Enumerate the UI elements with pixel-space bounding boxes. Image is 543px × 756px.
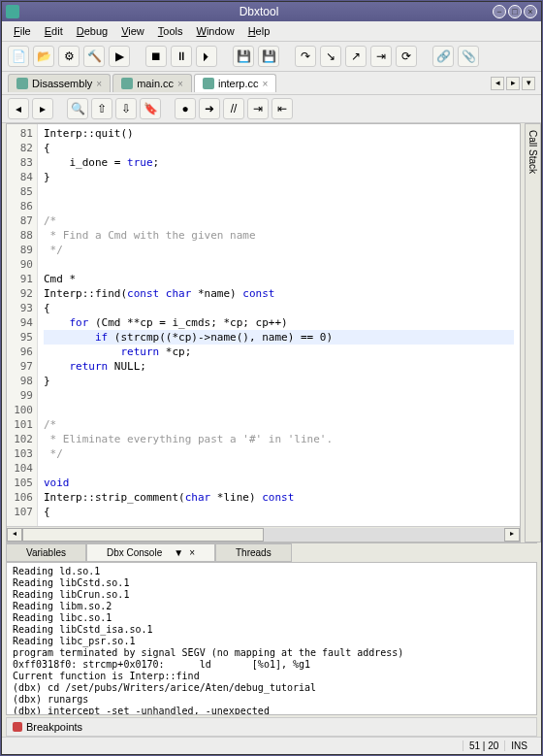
stepinto-icon[interactable]: ↘ <box>320 46 341 67</box>
tab-label: Disassembly <box>32 78 92 89</box>
tab-main-cc[interactable]: main.cc × <box>112 74 192 92</box>
titlebar: Dbxtool − □ × <box>2 2 541 21</box>
tab-label: main.cc <box>137 78 174 89</box>
insert-mode: INS <box>504 740 533 751</box>
maximize-button[interactable]: □ <box>508 5 522 18</box>
tab-dbx-console[interactable]: Dbx Console ▼ × <box>86 543 215 562</box>
callstack-tab[interactable]: Call Stack <box>525 123 541 542</box>
main-toolbar: 📄 📂 ⚙ 🔨 ▶ ⏹ ⏸ ⏵ 💾 💾 ↷ ↘ ↗ ⇥ ⟳ 🔗 📎 <box>2 42 541 72</box>
breakpoint-icon <box>13 722 22 732</box>
menu-debug[interactable]: Debug <box>71 23 113 39</box>
save-icon[interactable]: 💾 <box>233 46 254 67</box>
cursor-position: 51 | 20 <box>463 740 504 751</box>
open-icon[interactable]: 📂 <box>33 46 54 67</box>
app-icon <box>6 5 19 18</box>
scroll-left-button[interactable]: ◂ <box>7 528 22 542</box>
close-icon[interactable]: × <box>263 79 269 89</box>
code-editor[interactable]: 8182838485868788899091929394959697989910… <box>7 124 520 526</box>
file-icon <box>121 78 133 89</box>
breakpoints-panel-button[interactable]: Breakpoints <box>6 717 537 737</box>
code-area[interactable]: Interp::quit(){ i_done = true;} /* * Fin… <box>38 124 520 526</box>
menu-tools[interactable]: Tools <box>152 23 189 39</box>
saveall-icon[interactable]: 💾 <box>258 46 279 67</box>
close-icon[interactable]: × <box>96 79 102 89</box>
findnext-icon[interactable]: ⇩ <box>115 98 137 119</box>
dbx-console[interactable]: Reading ld.so.1Reading libCstd.so.1Readi… <box>6 562 537 715</box>
tab-prev-button[interactable]: ◂ <box>491 77 504 90</box>
tab-interp-cc[interactable]: interp.cc × <box>194 74 276 92</box>
breakpoint-icon[interactable]: ● <box>175 98 196 119</box>
minimize-button[interactable]: − <box>493 5 506 18</box>
menu-edit[interactable]: Edit <box>39 23 69 39</box>
pause-icon[interactable]: ⏸ <box>171 46 192 67</box>
scroll-right-button[interactable]: ▸ <box>504 528 520 542</box>
horizontal-scrollbar[interactable]: ◂ ▸ <box>7 526 520 542</box>
build-icon[interactable]: 🔨 <box>83 46 105 67</box>
tab-label: Dbx Console <box>107 547 162 558</box>
restart-icon[interactable]: ⟳ <box>396 46 417 67</box>
find-icon[interactable]: 🔍 <box>67 98 88 119</box>
editor-toolbar: ◂ ▸ 🔍 ⇧ ⇩ 🔖 ● ➜ // ⇥ ⇤ <box>2 95 541 123</box>
comment-icon[interactable]: // <box>223 98 244 119</box>
run-icon[interactable]: ▶ <box>109 46 130 67</box>
tab-label: interp.cc <box>218 78 259 89</box>
menu-file[interactable]: File <box>8 23 37 39</box>
menu-window[interactable]: Window <box>191 23 240 39</box>
bookmark-icon[interactable]: 🔖 <box>140 98 161 119</box>
chevron-down-icon[interactable]: ▼ <box>174 547 183 558</box>
file-icon <box>16 78 28 89</box>
close-icon[interactable]: × <box>177 79 183 89</box>
outdent-icon[interactable]: ⇤ <box>272 98 293 119</box>
stop-icon[interactable]: ⏹ <box>145 46 167 67</box>
window-title: Dbxtool <box>25 5 493 18</box>
tab-disassembly[interactable]: Disassembly × <box>8 74 111 92</box>
indent-icon[interactable]: ⇥ <box>247 98 269 119</box>
scroll-thumb[interactable] <box>22 528 264 542</box>
continue-icon[interactable]: ⏵ <box>196 46 217 67</box>
attach-icon[interactable]: 🔗 <box>432 46 454 67</box>
editor-tabs: Disassembly × main.cc × interp.cc × ◂ ▸ … <box>2 72 541 95</box>
forward-icon[interactable]: ▸ <box>32 98 53 119</box>
bottom-panel-tabs: Variables Dbx Console ▼ × Threads <box>6 542 537 562</box>
back-icon[interactable]: ◂ <box>8 98 29 119</box>
menubar: File Edit Debug View Tools Window Help <box>2 21 541 42</box>
file-icon <box>203 78 214 89</box>
config-icon[interactable]: ⚙ <box>58 46 80 67</box>
stepover-icon[interactable]: ↷ <box>295 46 316 67</box>
statusbar: 51 | 20 INS <box>2 737 541 754</box>
tab-menu-button[interactable]: ▾ <box>522 77 535 90</box>
findprev-icon[interactable]: ⇧ <box>91 98 112 119</box>
tab-next-button[interactable]: ▸ <box>506 77 520 90</box>
menu-help[interactable]: Help <box>242 23 276 39</box>
close-icon[interactable]: × <box>189 547 195 558</box>
tab-threads[interactable]: Threads <box>215 543 292 562</box>
close-button[interactable]: × <box>524 5 537 18</box>
breakpoints-label: Breakpoints <box>26 721 82 733</box>
stepout-icon[interactable]: ↗ <box>345 46 367 67</box>
tab-variables[interactable]: Variables <box>6 543 86 562</box>
detach-icon[interactable]: 📎 <box>458 46 479 67</box>
menu-view[interactable]: View <box>115 23 150 39</box>
runto-icon[interactable]: ⇥ <box>370 46 392 67</box>
pc-icon[interactable]: ➜ <box>199 98 220 119</box>
new-project-icon[interactable]: 📄 <box>8 46 29 67</box>
line-gutter: 8182838485868788899091929394959697989910… <box>7 124 38 526</box>
